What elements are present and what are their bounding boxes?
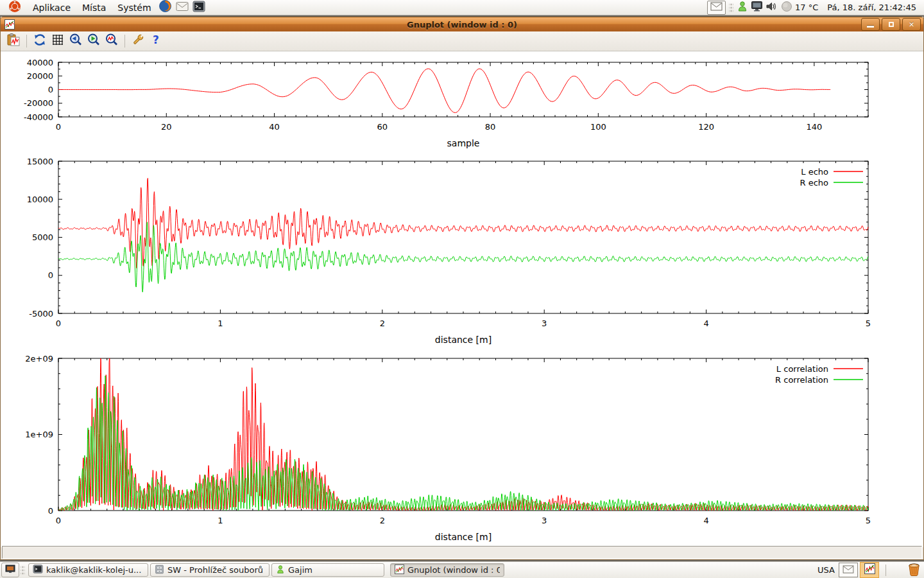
firefox-icon: [158, 0, 172, 15]
window-title: Gnuplot (window id : 0): [1, 20, 923, 30]
task-gajim[interactable]: Gajim: [271, 563, 384, 577]
zoom-previous-button[interactable]: [67, 33, 84, 49]
settings-button[interactable]: [130, 33, 146, 49]
mail-notification-icon: [710, 1, 723, 13]
grid-button[interactable]: [49, 33, 66, 49]
file-manager-icon: [155, 565, 164, 576]
menu-applications-label: Aplikace: [33, 3, 71, 13]
svg-text:120: 120: [698, 122, 714, 132]
svg-text:80: 80: [485, 122, 496, 132]
ubuntu-menu-button[interactable]: [3, 0, 27, 15]
svg-text:20000: 20000: [27, 71, 53, 81]
panel-handle[interactable]: [729, 3, 733, 13]
volume-icon: [766, 1, 778, 14]
toolbar: ?: [1, 31, 923, 51]
weather-tray[interactable]: [779, 0, 794, 15]
svg-text:5000: 5000: [32, 232, 53, 242]
gnuplot-icon: [864, 563, 875, 577]
minimize-button[interactable]: [861, 18, 880, 31]
svg-text:0: 0: [56, 319, 61, 328]
taskbar-right: USA: [814, 561, 923, 578]
zoom-next-button[interactable]: [85, 33, 102, 49]
zoom-reset-button[interactable]: [103, 33, 120, 49]
svg-text:3: 3: [542, 319, 547, 328]
svg-text:1: 1: [218, 319, 223, 328]
launcher-firefox[interactable]: [157, 0, 174, 15]
svg-text:L correlation: L correlation: [776, 364, 828, 374]
svg-text:sample: sample: [447, 138, 480, 148]
launcher-terminal[interactable]: [191, 0, 207, 15]
display-tray[interactable]: [749, 0, 764, 15]
taskbar-handle[interactable]: [21, 565, 25, 575]
gnuplot-window: Gnuplot (window id : 0) ✕: [0, 17, 924, 560]
svg-text:L echo: L echo: [801, 167, 828, 177]
chart-correlation: 01234501e+092e+09distance [m]L correlati…: [25, 354, 871, 543]
svg-text:2: 2: [380, 516, 385, 525]
copy-plot-icon: [6, 33, 21, 49]
svg-text:-40000: -40000: [24, 112, 53, 122]
copy-plot-button[interactable]: [5, 33, 22, 49]
series-L-echo: [58, 179, 868, 268]
display-icon: [751, 1, 763, 14]
task-gnuplot[interactable]: Gnuplot (window id : 0): [390, 563, 504, 577]
svg-text:20: 20: [161, 122, 172, 132]
svg-text:R echo: R echo: [800, 178, 828, 188]
panel-right: 17 °C Pá, 18. září, 21:42:45: [707, 0, 921, 15]
zoom-next-icon: [87, 33, 101, 49]
task-label: kaklik@kaklik-kolej-u...: [46, 565, 141, 575]
task-file-browser[interactable]: SW - Prohlížeč souborů: [150, 563, 270, 577]
svg-text:5: 5: [866, 516, 871, 525]
svg-text:1: 1: [218, 516, 223, 525]
chart-echo: 012345-5000050001000015000distance [m]L …: [27, 157, 871, 346]
statusbar: [2, 546, 922, 559]
svg-text:140: 140: [806, 122, 822, 132]
show-desktop-icon: [5, 564, 15, 576]
plot-canvas[interactable]: 020406080100120140-40000-200000200004000…: [1, 51, 923, 547]
menu-applications[interactable]: Aplikace: [27, 0, 76, 15]
help-button[interactable]: ?: [148, 33, 164, 49]
clock[interactable]: Pá, 18. září, 21:42:45: [822, 3, 921, 12]
svg-text:0: 0: [48, 85, 53, 94]
window-controls: ✕: [861, 18, 923, 31]
mail-icon: [843, 564, 854, 576]
svg-text:40000: 40000: [27, 58, 53, 67]
temperature-label[interactable]: 17 °C: [794, 3, 822, 12]
svg-text:R correlation: R correlation: [775, 375, 828, 385]
maximize-button[interactable]: [882, 18, 900, 31]
series-L-correlation: [58, 358, 868, 511]
keyboard-layout-indicator[interactable]: USA: [817, 565, 835, 575]
close-button[interactable]: ✕: [902, 18, 921, 31]
svg-text:0: 0: [48, 270, 53, 280]
gajim-tray[interactable]: [735, 0, 749, 15]
weather-icon: [781, 1, 792, 15]
titlebar[interactable]: Gnuplot (window id : 0) ✕: [1, 17, 923, 31]
svg-text:distance [m]: distance [m]: [435, 335, 492, 345]
svg-text:4: 4: [703, 516, 708, 525]
mail-notification-tray[interactable]: [707, 1, 726, 15]
ubuntu-logo-icon: [8, 0, 21, 15]
mail-tray-button[interactable]: [839, 563, 858, 577]
svg-text:40: 40: [269, 122, 280, 132]
task-label: Gnuplot (window id : 0): [407, 565, 500, 575]
terminal-icon: [193, 1, 205, 15]
gajim-status-icon: [737, 1, 748, 15]
gajim-icon: [276, 565, 285, 576]
task-terminal[interactable]: kaklik@kaklik-kolej-u...: [28, 563, 148, 577]
menu-places[interactable]: Místa: [76, 0, 112, 15]
svg-text:?: ?: [153, 33, 159, 46]
trash-applet[interactable]: [907, 561, 921, 578]
svg-text:-20000: -20000: [24, 98, 53, 108]
menu-system[interactable]: Systém: [112, 0, 157, 15]
gnuplot-icon: [395, 565, 404, 576]
svg-text:5: 5: [866, 319, 871, 328]
refresh-button[interactable]: [31, 33, 48, 49]
volume-tray[interactable]: [764, 0, 779, 15]
gnuplot-tray-button[interactable]: [860, 562, 879, 578]
show-desktop-button[interactable]: [1, 563, 19, 577]
refresh-icon: [33, 33, 47, 49]
launcher-mail[interactable]: [174, 0, 191, 15]
top-panel: Aplikace Místa Systém: [0, 0, 924, 15]
settings-icon: [131, 33, 145, 49]
task-label: Gajim: [288, 565, 312, 575]
svg-text:15000: 15000: [27, 157, 53, 166]
